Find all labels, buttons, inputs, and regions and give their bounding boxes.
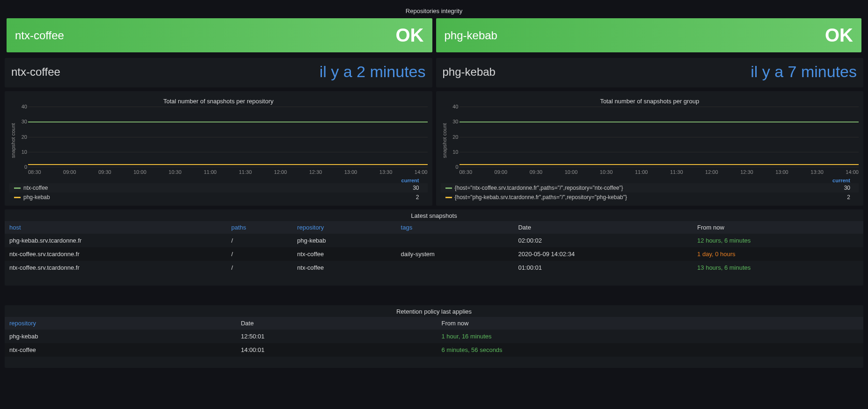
retention-table-panel: Retention policy last applies repository… — [5, 305, 863, 368]
last-snapshot-right[interactable]: phg-kebab il y a 7 minutes — [436, 58, 864, 87]
cell-repository: ntx-coffee — [292, 247, 396, 261]
snapshots-table: hostpathsrepositorytagsDateFrom now phg-… — [5, 221, 863, 274]
legend-value: 30 — [844, 185, 850, 191]
table-row[interactable]: ntx-coffee.srv.tcardonne.fr/ntx-coffeeda… — [5, 247, 863, 261]
cell-repository: phg-kebab — [5, 330, 236, 343]
cell-tags — [396, 261, 514, 274]
chart-panel-0[interactable]: Total number of snapshots per repository… — [5, 91, 432, 206]
y-tick: 10 — [17, 149, 27, 155]
x-tick: 10:00 — [565, 169, 578, 175]
legend-label: ntx-coffee — [23, 185, 413, 191]
legend-row[interactable]: ntx-coffee30 — [9, 183, 428, 193]
x-tick: 10:30 — [168, 169, 182, 175]
legend-row[interactable]: phg-kebab2 — [9, 193, 428, 202]
last-snapshot-left[interactable]: ntx-coffee il y a 2 minutes — [5, 58, 432, 87]
legend-row[interactable]: {host="ntx-coffee.srv.tcardonne.fr",path… — [441, 183, 859, 193]
integrity-title: Repositories integrity — [5, 5, 863, 16]
cell-date: 14:00:01 — [236, 343, 437, 357]
legend-header[interactable]: current — [832, 178, 850, 183]
legend-row[interactable]: {host="phg-kebab.srv.tcardonne.fr",paths… — [441, 193, 859, 202]
cell-from-now: 12 hours, 6 minutes — [693, 234, 863, 247]
x-tick: 14:00 — [846, 169, 859, 175]
y-tick: 30 — [17, 119, 27, 124]
x-tick: 09:00 — [495, 169, 508, 175]
last-snapshot-left-value: il y a 2 minutes — [320, 63, 426, 81]
cell-host: ntx-coffee.srv.tcardonne.fr — [5, 261, 226, 274]
y-tick: 20 — [448, 134, 459, 140]
x-tick: 13:30 — [810, 169, 824, 175]
legend-marker-icon — [445, 197, 452, 198]
x-tick: 12:00 — [705, 169, 718, 175]
x-tick: 12:30 — [309, 169, 322, 175]
last-snapshot-right-value: il y a 7 minutes — [751, 63, 857, 81]
x-tick: 13:00 — [344, 169, 357, 175]
legend-value: 30 — [413, 185, 419, 191]
chart-ylabel: snapshot count — [441, 107, 448, 175]
table-header[interactable]: repository — [292, 221, 396, 234]
cell-paths: / — [226, 247, 292, 261]
y-tick: 30 — [448, 119, 459, 124]
cell-host: ntx-coffee.srv.tcardonne.fr — [5, 247, 226, 261]
table-header[interactable]: Date — [513, 221, 693, 234]
integrity-card-left[interactable]: ntx-coffee OK — [7, 18, 432, 52]
table-row[interactable]: phg-kebab12:50:011 hour, 16 minutes — [5, 330, 863, 343]
x-tick: 09:30 — [530, 169, 543, 175]
legend-value: 2 — [847, 194, 850, 201]
snapshots-title: Latest snapshots — [5, 209, 863, 221]
cell-paths: / — [226, 234, 292, 247]
retention-title: Retention policy last applies — [5, 305, 863, 317]
table-header[interactable]: paths — [226, 221, 292, 234]
chart-title: Total number of snapshots per repository — [9, 95, 428, 107]
series-line — [28, 122, 428, 122]
x-tick: 10:00 — [133, 169, 146, 175]
legend-label: phg-kebab — [23, 194, 416, 201]
cell-date: 01:00:01 — [513, 261, 693, 274]
integrity-left-status: OK — [396, 25, 424, 46]
cell-host: phg-kebab.srv.tcardonne.fr — [5, 234, 226, 247]
x-tick: 12:00 — [274, 169, 287, 175]
chart-ylabel: snapshot count — [9, 107, 17, 175]
x-tick: 12:30 — [740, 169, 753, 175]
table-header[interactable]: Date — [236, 317, 437, 330]
y-tick: 0 — [17, 164, 27, 170]
series-line — [460, 122, 859, 122]
integrity-right-label: phg-kebab — [445, 29, 497, 42]
table-header[interactable]: repository — [5, 317, 236, 330]
legend-marker-icon — [14, 197, 21, 198]
cell-date: 12:50:01 — [236, 330, 437, 343]
chart-title: Total number of snapshots per group — [441, 95, 859, 107]
x-tick: 11:00 — [635, 169, 648, 175]
integrity-section: Repositories integrity ntx-coffee OK phg… — [5, 5, 863, 54]
x-tick: 08:30 — [28, 169, 41, 175]
y-tick: 0 — [448, 164, 459, 170]
x-tick: 11:30 — [239, 169, 252, 175]
legend-header[interactable]: current — [401, 178, 419, 183]
table-row[interactable]: ntx-coffee14:00:016 minutes, 56 seconds — [5, 343, 863, 357]
cell-paths: / — [226, 261, 292, 274]
y-tick: 20 — [17, 134, 27, 140]
cell-date: 02:00:02 — [513, 234, 693, 247]
integrity-card-right[interactable]: phg-kebab OK — [436, 18, 862, 52]
cell-from-now: 6 minutes, 56 seconds — [437, 343, 863, 357]
table-header[interactable]: From now — [437, 317, 863, 330]
integrity-right-status: OK — [825, 25, 853, 46]
legend-value: 2 — [416, 194, 419, 201]
x-tick: 08:30 — [460, 169, 473, 175]
x-tick: 09:30 — [98, 169, 111, 175]
table-header[interactable]: From now — [693, 221, 863, 234]
chart-panel-1[interactable]: Total number of snapshots per groupsnaps… — [436, 91, 864, 206]
cell-date: 2020-05-09 14:02:34 — [513, 247, 693, 261]
table-row[interactable]: ntx-coffee.srv.tcardonne.fr/ntx-coffee01… — [5, 261, 863, 274]
x-tick: 13:00 — [775, 169, 788, 175]
y-tick: 40 — [448, 104, 459, 109]
table-header[interactable]: tags — [396, 221, 514, 234]
legend-marker-icon — [14, 187, 21, 189]
x-tick: 13:30 — [379, 169, 393, 175]
cell-tags — [396, 234, 514, 247]
x-tick: 11:30 — [670, 169, 683, 175]
integrity-left-label: ntx-coffee — [15, 29, 64, 42]
legend-label: {host="phg-kebab.srv.tcardonne.fr",paths… — [455, 194, 847, 201]
table-header[interactable]: host — [5, 221, 226, 234]
y-tick: 10 — [448, 149, 459, 155]
table-row[interactable]: phg-kebab.srv.tcardonne.fr/phg-kebab02:0… — [5, 234, 863, 247]
